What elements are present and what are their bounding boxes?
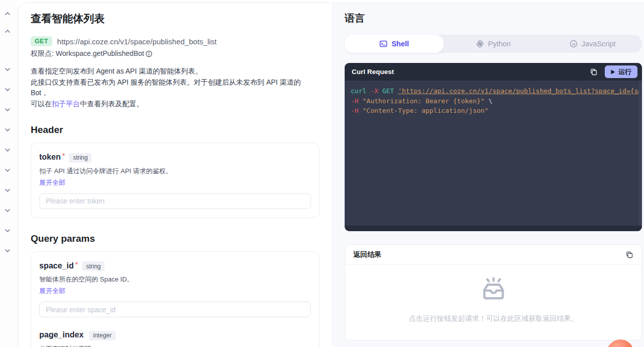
terminal-icon [379,40,387,48]
api-description: 查看指定空间发布到 Agent as API 渠道的智能体列表。 此接口仅支持查… [31,66,319,109]
chevron-down-icon[interactable] [4,106,11,113]
tab-label: JavaScript [582,40,616,48]
chevron-down-icon[interactable] [4,247,11,254]
empty-inbox-icon [480,276,507,303]
api-docs-page: 查看智能体列表 GET https://api.coze.cn/v1/space… [0,0,644,347]
chevron-up-icon[interactable] [4,28,11,35]
result-header: 返回结果 [345,245,641,265]
copy-result-button[interactable] [623,249,635,261]
code-token: "Content-Type: application/json" [362,107,488,114]
chevron-down-icon[interactable] [4,227,11,234]
endpoint-row: GET https://api.coze.cn/v1/space/publish… [31,36,319,46]
code-token: GET [382,87,398,95]
http-method-badge: GET [31,36,52,46]
description-line-3-pre: 可以在 [31,100,52,108]
tab-label: Shell [391,40,409,48]
param-type-badge: string [69,153,92,163]
response-result-card: 返回结果 点击运行按钮发起请 [345,244,642,340]
param-name-row: token * string [39,153,311,163]
chevron-down-icon[interactable] [4,147,11,154]
expand-all-link[interactable]: 展开全部 [39,287,65,296]
param-description: 扣子 API 通过访问令牌进行 API 请求的鉴权。 [39,167,311,176]
token-input[interactable] [39,193,311,209]
param-type-badge: integer [89,331,116,340]
param-name-row: space_id * string [39,261,311,271]
run-button-label: 运行 [618,67,631,77]
copy-code-button[interactable] [588,66,600,78]
svg-text:JS: JS [572,42,576,46]
empty-state-text: 点击运行按钮发起请求！可以在此区域获取返回结果。 [409,314,578,323]
chevron-up-icon[interactable] [4,10,11,17]
tab-label: Python [488,40,511,48]
code-header: Curl Request 运行 [345,63,642,81]
param-group-token: token * string 扣子 API 通过访问令牌进行 API 请求的鉴权… [39,153,311,209]
result-title: 返回结果 [353,250,623,259]
language-section-title: 语言 [345,12,642,25]
code-editor[interactable]: curl -X GET 'https://api.coze.cn/v1/spac… [345,81,642,226]
expand-all-link[interactable]: 展开全部 [39,178,65,187]
chevron-down-icon[interactable] [4,187,11,194]
query-params-card: space_id * string 智能体所在的空间的 Space ID。 展开… [31,251,319,347]
chevron-down-icon[interactable] [4,66,11,73]
required-asterisk: * [75,260,77,268]
chevron-down-icon[interactable] [4,167,11,174]
param-group-page-index: page_index integer 分页查询时的页码。 展开全部 [39,330,311,347]
required-asterisk: * [62,152,65,160]
code-token: \ [485,97,493,105]
code-token: curl [351,87,370,95]
javascript-icon: JS [570,40,578,48]
param-name: token [39,153,61,162]
description-line-1: 查看指定空间发布到 Agent as API 渠道的智能体列表。 [31,67,202,75]
code-token: -H [351,107,362,114]
page-title: 查看智能体列表 [31,12,319,26]
description-line-2: 此接口仅支持查看已发布为 API 服务的智能体列表。对于创建后从未发布到 API… [31,78,301,97]
vertical-scrollbar[interactable] [639,81,642,226]
header-params-card: token * string 扣子 API 通过访问令牌进行 API 请求的鉴权… [31,143,319,218]
tab-shell[interactable]: Shell [345,35,444,53]
code-token: -X [370,87,382,95]
endpoint-url: https://api.coze.cn/v1/space/published_b… [57,37,217,46]
section-heading-header: Header [31,124,319,135]
horizontal-scrollbar[interactable] [345,226,642,231]
tab-javascript[interactable]: JS JavaScript [543,35,642,53]
description-line-3-post: 中查看列表及配置。 [80,100,143,108]
code-token: "Authorization: Bearer {token}" [362,97,485,105]
param-type-badge: string [82,261,105,271]
play-icon [611,70,615,75]
code-title: Curl Request [352,68,588,76]
content-panel: 查看智能体列表 GET https://api.coze.cn/v1/space… [18,3,644,347]
space-id-input[interactable] [39,302,311,317]
code-token: 'https://api.coze.cn/v1/space/published_… [398,87,642,95]
doc-column: 查看智能体列表 GET https://api.coze.cn/v1/space… [18,3,333,347]
nav-collapse-rail [0,0,18,347]
language-tabbar: Shell Python JS JavaScript [345,35,642,53]
coze-platform-link[interactable]: 扣子平台 [52,100,80,108]
param-description: 智能体所在的空间的 Space ID。 [39,275,311,284]
chevron-down-icon[interactable] [4,126,11,133]
param-name-row: page_index integer [39,330,311,340]
try-it-column: 语言 Shell Python JS [333,3,644,347]
tab-python[interactable]: Python [444,35,543,53]
chevron-down-icon[interactable] [4,207,11,214]
permission-row: 权限点: Workspace.getPublishedBot [31,49,319,58]
curl-request-block: Curl Request 运行 curl -X GET 'https://api… [345,63,642,231]
code-token: -H [351,97,362,105]
param-description: 分页查询时的页码。 [39,344,311,347]
section-heading-query-params: Query params [31,233,319,244]
result-empty-state: 点击运行按钮发起请求！可以在此区域获取返回结果。 [345,265,641,340]
chevron-down-icon[interactable] [4,86,11,93]
info-icon[interactable] [145,50,152,57]
permission-label: 权限点: Workspace.getPublishedBot [31,49,144,58]
param-name: space_id [39,261,73,270]
run-button[interactable]: 运行 [605,65,637,78]
param-name: page_index [39,330,84,339]
python-icon [476,40,484,48]
param-group-space-id: space_id * string 智能体所在的空间的 Space ID。 展开… [39,261,311,318]
